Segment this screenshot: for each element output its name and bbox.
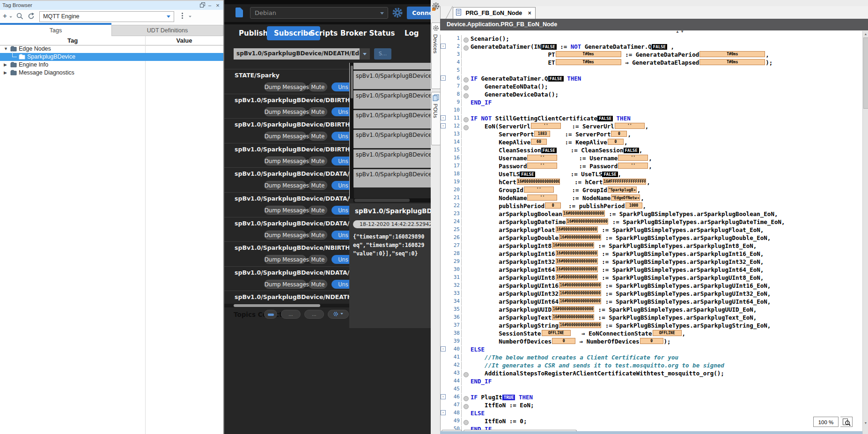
scrollbar-thumb[interactable] [354, 199, 410, 202]
add-tag-button[interactable]: + [3, 12, 7, 20]
restore-icon[interactable] [199, 2, 206, 8]
zoom-magnifier-icon[interactable] [840, 417, 853, 427]
close-icon[interactable]: × [214, 2, 221, 8]
search-icon[interactable] [16, 13, 23, 22]
message-hscrollbar[interactable] [353, 198, 431, 202]
dump-messages-button[interactable]: Dump Messages [264, 280, 306, 289]
dump-messages-button[interactable]: Dump Messages [264, 132, 306, 141]
column-header-tag[interactable]: Tag [0, 37, 145, 44]
dump-messages-button[interactable]: Dump Messages [264, 157, 306, 165]
column-header-value[interactable]: Value [145, 37, 223, 44]
gear-icon[interactable] [392, 7, 403, 20]
unsubscribe-button[interactable]: Uns [331, 82, 349, 91]
dump-messages-button[interactable]: Dump Messages [264, 181, 306, 190]
tab-scripts[interactable]: Scripts [310, 29, 338, 37]
scroll-up-icon[interactable]: ▲ [863, 32, 868, 36]
topic-input[interactable]: spBv1.0/SparkplugBDevice/NDEATH/EdgeOfNe… [234, 48, 370, 60]
unsubscribe-button[interactable]: Uns [331, 280, 349, 289]
expand-arrow-icon[interactable]: ▶ [638, 196, 640, 199]
topics-collector-settings-button[interactable] [328, 310, 349, 319]
mute-button[interactable]: Mute [309, 231, 327, 239]
splitter-collapse-icon[interactable]: ▲ ▼ [676, 30, 684, 34]
minimize-icon[interactable]: – [206, 2, 213, 8]
message-row[interactable]: spBv1.0/SparkplugBDevice/DDAT [353, 71, 431, 89]
scroll-down-icon[interactable]: ▼ [863, 421, 868, 425]
tree-item-edge-nodes[interactable]: ▼Edge Nodes [0, 45, 223, 53]
message-row[interactable]: spBv1.0/SparkplugBDevice/DDAT [353, 130, 431, 148]
topics-collector-button-2[interactable]: ... [304, 310, 324, 319]
column-divider[interactable] [145, 36, 146, 434]
fold-collapse-icon[interactable]: - [441, 44, 446, 49]
unsubscribe-button[interactable]: Uns [331, 157, 349, 165]
scrollbar-thumb[interactable] [234, 304, 320, 307]
refresh-icon[interactable] [28, 13, 35, 22]
fold-collapse-icon[interactable]: - [441, 410, 446, 415]
scrollbar-thumb[interactable] [351, 66, 353, 98]
tag-browser-titlebar[interactable]: Tag Browser – × [0, 0, 223, 11]
connect-button[interactable]: Connect [407, 7, 431, 19]
mute-button[interactable]: Mute [309, 255, 327, 264]
editor-tab-prg-fb-eon-node[interactable]: PRG_FB_EoN_Node × [453, 7, 536, 19]
expand-arrow-icon[interactable]: ▶ [634, 188, 636, 191]
dump-messages-button[interactable]: Dump Messages [264, 82, 306, 91]
mute-button[interactable]: Mute [309, 157, 327, 165]
unsubscribe-button[interactable]: Uns [331, 231, 349, 239]
message-row[interactable]: spBv1.0/SparkplugBDevice/DDAT [353, 150, 431, 168]
tree-item-message-diagnostics[interactable]: ▶Message Diagnostics [0, 69, 223, 77]
close-icon[interactable]: × [528, 10, 531, 16]
unsubscribe-button[interactable]: Uns [331, 107, 349, 116]
more-options-caret-icon[interactable] [189, 16, 191, 18]
code-plain: arSparkplugInt16 [471, 250, 555, 257]
unsubscribe-button[interactable]: Uns [331, 255, 349, 264]
profile-document-icon[interactable] [235, 7, 243, 17]
mute-button[interactable]: Mute [309, 181, 327, 190]
dump-messages-button[interactable]: Dump Messages [264, 231, 306, 239]
topic-dropdown-button[interactable] [360, 48, 370, 60]
subscription-hscrollbar[interactable] [224, 304, 349, 307]
tree-expanded-icon[interactable]: ▼ [4, 46, 8, 51]
tab-log[interactable]: Log [405, 29, 419, 37]
code-line: 43 AdditionalStepsToRegisterAClientCerti… [441, 369, 863, 377]
unsubscribe-button[interactable]: Uns [331, 181, 349, 190]
more-options-button[interactable] [182, 12, 183, 20]
tab-publish[interactable]: Publish [239, 29, 268, 37]
fold-collapse-icon[interactable]: - [441, 123, 446, 128]
topics-collector-toggle-button[interactable] [264, 310, 277, 319]
mute-button[interactable]: Mute [309, 132, 327, 141]
mute-button[interactable]: Mute [309, 107, 327, 116]
mute-button[interactable]: Mute [309, 82, 327, 91]
message-row[interactable]: spBv1.0/SparkplugBDevice/DDAT [353, 110, 431, 128]
message-row-partial[interactable] [353, 63, 431, 69]
dump-messages-button[interactable]: Dump Messages [264, 255, 306, 264]
tree-item-engine-info[interactable]: ▶Engine Info [0, 61, 223, 69]
side-tab-devices[interactable]: Devices [431, 22, 441, 89]
fold-collapse-icon[interactable]: - [441, 394, 446, 399]
message-row[interactable]: spBv1.0/SparkplugBDevice/NDAT [353, 90, 431, 109]
message-row[interactable]: spBv1.0/SparkplugBDevice/NDEA [353, 169, 431, 187]
mute-button[interactable]: Mute [309, 206, 327, 215]
add-tag-caret-icon[interactable] [9, 16, 12, 18]
dump-messages-button[interactable]: Dump Messages [264, 107, 306, 116]
profile-select[interactable]: Debian [250, 7, 388, 19]
tree-collapsed-icon[interactable]: ▶ [4, 70, 7, 75]
scrollbar-thumb[interactable] [863, 37, 868, 109]
unsubscribe-button[interactable]: Uns [331, 206, 349, 215]
fold-collapse-icon[interactable]: - [441, 346, 446, 352]
zoom-level[interactable]: 100 % [813, 417, 839, 427]
subscribe-button[interactable]: S... [374, 48, 391, 60]
fold-collapse-icon[interactable]: - [441, 115, 446, 120]
code-line: 29 arSparkplugInt3216#000000000000000 :=… [441, 258, 863, 266]
tree-collapsed-icon[interactable]: ▶ [4, 62, 7, 67]
topics-collector-button-1[interactable]: ... [281, 310, 301, 319]
mute-button[interactable]: Mute [309, 280, 327, 289]
tab-udt-definitions[interactable]: UDT Definitions [111, 25, 223, 36]
tag-provider-select[interactable]: MQTT Engine [39, 11, 174, 22]
tree-item-sparkplugbdevice[interactable]: SparkplugBDevice [0, 53, 223, 61]
fold-collapse-icon[interactable]: - [441, 75, 446, 81]
tab-broker-status[interactable]: Broker Status [340, 29, 395, 37]
editor-vscrollbar[interactable]: ▲ ▼ [862, 31, 868, 434]
dump-messages-button[interactable]: Dump Messages [264, 206, 306, 215]
subscription-topic: spBv1.0/SparkplugBDevice/DBIRTH/EdgeOfNe… [235, 121, 349, 128]
side-tab-pous[interactable]: POUs [431, 92, 441, 145]
unsubscribe-button[interactable]: Uns [331, 132, 349, 141]
